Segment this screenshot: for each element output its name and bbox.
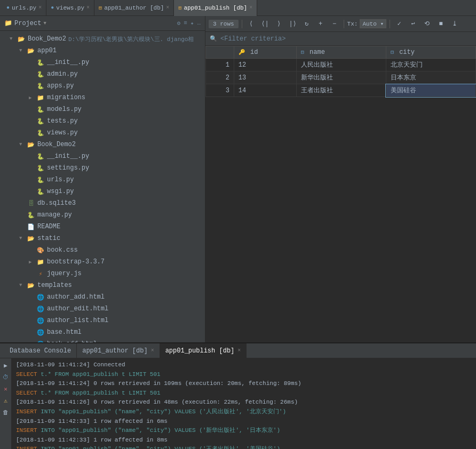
city-cell[interactable]: 北京天安门 xyxy=(386,59,475,71)
folder-icon: 📂 xyxy=(27,234,35,243)
file-tree: 📂 Book_Demo2 D:\学习历程\老男孩\第六模块\三. django相… xyxy=(0,31,205,342)
city-cell[interactable]: 美国硅谷 xyxy=(386,84,475,97)
tree-item-wsgi[interactable]: 🐍 wsgi.py xyxy=(0,186,205,197)
tree-item-base[interactable]: 🌐 base.html xyxy=(0,326,205,338)
undo-button[interactable]: ⟲ xyxy=(421,18,433,30)
arrow-templates xyxy=(19,283,27,288)
tree-item-book-demo2-sub[interactable]: 📂 Book_Demo2 xyxy=(0,139,205,150)
tab-close-views[interactable]: × xyxy=(86,5,90,11)
tree-item-admin[interactable]: 🐍 admin.py xyxy=(0,68,205,80)
tab-close-author-db[interactable]: × xyxy=(166,5,169,11)
gear-icon[interactable]: ⚙ xyxy=(177,20,181,27)
first-row-button[interactable]: ⟨| xyxy=(259,18,271,30)
tree-label: settings.py xyxy=(47,164,89,172)
css-icon: 🎨 xyxy=(36,246,45,254)
tree-item-tests[interactable]: 🐍 tests.py xyxy=(0,115,205,127)
tx-select[interactable]: Auto ▾ xyxy=(360,19,386,28)
console-close-author[interactable]: × xyxy=(151,348,154,354)
folder-icon: 📂 xyxy=(27,46,35,55)
console-log: [2018-11-09 11:41:24] ConnectedSELECT t.… xyxy=(12,358,476,449)
table-row[interactable]: 112人民出版社北京天安门 xyxy=(206,59,476,71)
tree-item-manage[interactable]: 🐍 manage.py xyxy=(0,209,205,221)
id-cell[interactable]: 12 xyxy=(234,59,296,71)
tree-item-book-demo2[interactable]: 📂 Book_Demo2 D:\学习历程\老男孩\第六模块\三. django相 xyxy=(0,33,205,45)
tree-item-settings[interactable]: 🐍 settings.py xyxy=(0,162,205,174)
html-icon: 🌐 xyxy=(36,328,45,336)
arrow-migrations xyxy=(29,95,36,101)
col-name[interactable]: ⊟ name xyxy=(296,46,386,59)
tree-item-sqlite[interactable]: 🗄 db.sqlite3 xyxy=(0,197,205,209)
db-editor-panel: 3 rows ⟨ ⟨| ⟩ |⟩ ↻ + − Tx: Auto ▾ ✓ ↩ ⟲ … xyxy=(205,16,476,342)
tree-item-book-css[interactable]: 🎨 book.css xyxy=(0,244,205,256)
db-icon: ⊞ xyxy=(178,5,181,11)
tree-item-book-add[interactable]: 🌐 book_add.html xyxy=(0,338,205,342)
more-icon[interactable]: … xyxy=(197,20,201,27)
tree-label: Book_Demo2 xyxy=(28,35,66,43)
folder-icon: 📁 xyxy=(36,258,45,266)
tree-item-views-app01[interactable]: 🐍 views.py xyxy=(0,127,205,139)
col-id[interactable]: 🔑 id xyxy=(234,46,296,59)
tree-item-init2[interactable]: 🐍 __init__.py xyxy=(0,150,205,162)
add-row-button[interactable]: + xyxy=(315,18,327,30)
table-row[interactable]: 314王者出版社美国硅谷 xyxy=(206,84,476,97)
error-button[interactable]: ✕ xyxy=(1,384,11,394)
refresh-button[interactable]: ↻ xyxy=(301,18,313,30)
id-cell[interactable]: 14 xyxy=(234,84,296,97)
clear-button[interactable]: 🗑 xyxy=(1,407,11,417)
tree-item-models[interactable]: 🐍 models.py xyxy=(0,103,205,115)
history-button[interactable]: ⏱ xyxy=(1,372,11,382)
col-icon: ⊟ xyxy=(301,50,304,55)
name-cell[interactable]: 人民出版社 xyxy=(296,59,386,71)
tab-urls-py[interactable]: ● urls.py × xyxy=(2,0,46,16)
name-cell[interactable]: 王者出版社 xyxy=(296,84,386,97)
tab-close-publish-db[interactable]: × xyxy=(249,5,252,11)
filter-input[interactable]: <Filter criteria> xyxy=(220,35,285,43)
console-tab-author-db[interactable]: app01_author [db] × xyxy=(77,343,160,358)
table-row[interactable]: 213新华出版社日本东京 xyxy=(206,71,476,84)
log-entry: [2018-11-09 11:41:26] 0 rows retrieved i… xyxy=(16,398,472,407)
tree-item-init1[interactable]: 🐍 __init__.py xyxy=(0,57,205,68)
rollback-button[interactable]: ↩ xyxy=(407,18,419,30)
tree-item-app01[interactable]: 📂 app01 xyxy=(0,45,205,57)
prev-page-button[interactable]: ⟨ xyxy=(245,18,257,30)
tree-item-urls[interactable]: 🐍 urls.py xyxy=(0,174,205,186)
tree-item-author-add[interactable]: 🌐 author_add.html xyxy=(0,291,205,303)
tree-item-author-edit[interactable]: 🌐 author_edit.html xyxy=(0,303,205,315)
tab-close-urls[interactable]: × xyxy=(38,5,42,11)
tree-item-jquery[interactable]: ⚡ jquery.js xyxy=(0,268,205,279)
html-icon: 🌐 xyxy=(36,293,45,301)
export-button[interactable]: ⤓ xyxy=(449,18,461,30)
project-toolbar: ⚙ ≡ ✦ … xyxy=(177,20,201,27)
col-city[interactable]: ⊟ city xyxy=(386,46,475,59)
tree-item-readme[interactable]: 📄 README xyxy=(0,221,205,232)
warning-button[interactable]: ⚠ xyxy=(1,396,11,405)
tx-label: Tx: xyxy=(347,21,358,27)
expand-icon[interactable]: ≡ xyxy=(184,20,187,27)
tree-item-migrations[interactable]: 📁 migrations xyxy=(0,92,205,103)
tab-app01-author-db[interactable]: ⊞ app01_author [db] × xyxy=(94,0,174,16)
tree-item-apps[interactable]: 🐍 apps.py xyxy=(0,80,205,92)
delete-row-button[interactable]: − xyxy=(329,18,340,30)
city-cell[interactable]: 日本东京 xyxy=(386,71,475,84)
arrow-bootstrap xyxy=(29,259,36,265)
next-page-button[interactable]: ⟩ xyxy=(273,18,285,30)
tree-item-bootstrap[interactable]: 📁 bootstrap-3.3.7 xyxy=(0,256,205,268)
tree-item-author-list[interactable]: 🌐 author_list.html xyxy=(0,315,205,326)
id-cell[interactable]: 13 xyxy=(234,71,296,84)
run-button[interactable]: ▶ xyxy=(1,360,11,370)
commit-button[interactable]: ✓ xyxy=(393,18,405,30)
console-tab-publish-db[interactable]: app01_publish [db] × xyxy=(160,343,247,358)
tab-views-py[interactable]: ● views.py × xyxy=(46,0,94,16)
name-cell[interactable]: 新华出版社 xyxy=(296,71,386,84)
py-icon: 🐍 xyxy=(36,82,45,90)
dropdown-icon[interactable]: ▼ xyxy=(43,21,46,26)
tree-item-static[interactable]: 📂 static xyxy=(0,232,205,244)
last-row-button[interactable]: |⟩ xyxy=(287,18,299,30)
settings-icon[interactable]: ✦ xyxy=(191,20,194,27)
stop-button[interactable]: ■ xyxy=(435,18,447,30)
console-tab-database[interactable]: Database Console xyxy=(4,343,77,358)
separator xyxy=(390,20,390,28)
tab-app01-publish-db[interactable]: ⊞ app01_publish [db] × xyxy=(174,0,257,16)
tree-item-templates[interactable]: 📂 templates xyxy=(0,279,205,291)
console-close-publish[interactable]: × xyxy=(237,348,241,354)
